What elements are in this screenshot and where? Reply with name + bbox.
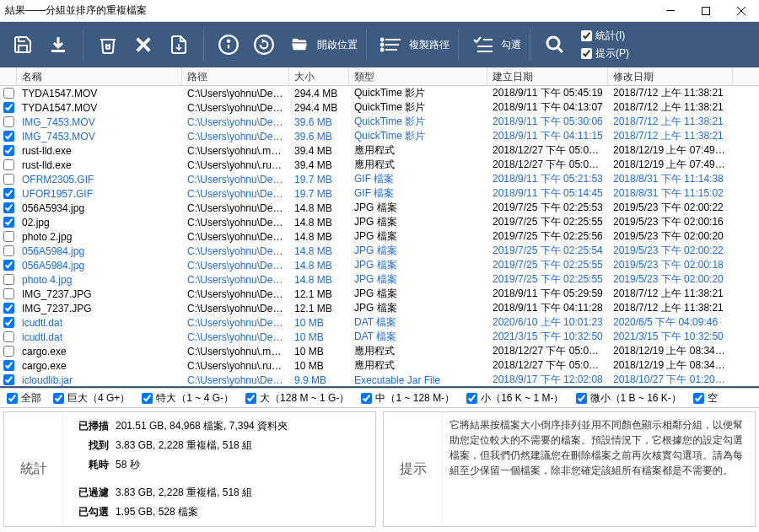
table-row[interactable]: TYDA1547.MOVC:\Users\yohnu\Deskto...294.…: [0, 100, 759, 115]
cell-name: IMG_7237.JPG: [17, 288, 182, 300]
row-checkbox[interactable]: [0, 288, 17, 299]
row-checkbox[interactable]: [0, 274, 17, 285]
col-created[interactable]: 建立日期: [487, 67, 608, 85]
row-checkbox[interactable]: [0, 331, 17, 342]
filter-xl[interactable]: 特大（1 ~ 4 G-）: [142, 391, 234, 406]
cell-size: 39.6 MB: [289, 116, 349, 128]
delete-icon: [132, 34, 154, 56]
cell-path: C:\Users\yohnu\.rustu...: [182, 360, 289, 372]
table-row[interactable]: cargo.exeC:\Users\yohnu\.rustu...10 MB應用…: [0, 358, 759, 373]
table-row[interactable]: 056A5934.jpgC:\Users\yohnu\Deskto...14.8…: [0, 201, 759, 215]
cell-modified: 2020/6/5 下午 04:09:46: [608, 315, 733, 330]
stats-body: 已掃描201.51 GB, 84,968 檔案, 7,394 資料夾 找到3.8…: [63, 412, 375, 526]
table-row[interactable]: IMG_7453.MOVC:\Users\yohnu\Deskto...39.6…: [0, 129, 759, 143]
svg-point-6: [228, 40, 229, 42]
filter-xs[interactable]: 微小（1 B ~ 16 K-）: [576, 391, 681, 406]
cell-type: JPG 檔案: [349, 287, 487, 301]
open-location-button[interactable]: [283, 30, 315, 59]
row-checkbox[interactable]: [0, 174, 17, 185]
table-row[interactable]: icudtl.datC:\Users\yohnu\Deskto...10 MBD…: [0, 315, 759, 330]
row-checkbox[interactable]: [0, 145, 17, 156]
table-row[interactable]: photo 2.jpgC:\Users\yohnu\Deskto...14.8 …: [0, 229, 759, 244]
copy-path-button[interactable]: [375, 30, 407, 59]
row-checkbox[interactable]: [0, 131, 17, 142]
move-button[interactable]: [163, 30, 195, 59]
table-row[interactable]: photo 4.jpgC:\Users\yohnu\Deskto...14.8 …: [0, 272, 759, 287]
row-checkbox[interactable]: [0, 88, 17, 99]
cell-path: C:\Users\yohnu\Deskto...: [182, 174, 289, 185]
list-icon: [380, 34, 402, 56]
cell-modified: 2018/8/31 下午 11:14:38: [608, 172, 733, 186]
cell-created: 2019/7/25 下午 02:25:55: [487, 272, 608, 287]
cell-modified: 2019/5/23 下午 02:00:18: [608, 258, 733, 272]
close-button[interactable]: [724, 0, 759, 22]
table-row[interactable]: IMG_7237.JPGC:\Users\yohnu\Deskto...12.1…: [0, 301, 759, 315]
table-row[interactable]: icudtl.datC:\Users\yohnu\Deskto...10 MBD…: [0, 330, 759, 344]
row-checkbox[interactable]: [0, 360, 17, 371]
toggle-hint[interactable]: 提示(P): [581, 46, 629, 61]
col-checkbox[interactable]: [0, 67, 17, 85]
filter-m[interactable]: 中（1 ~ 128 M-）: [361, 391, 455, 406]
row-checkbox[interactable]: [0, 188, 17, 199]
filter-l[interactable]: 大（128 M ~ 1 G-）: [245, 391, 349, 406]
table-row[interactable]: rust-lld.exeC:\Users\yohnu\.rustu...39.4…: [0, 158, 759, 172]
cell-path: C:\Users\yohnu\Deskto...: [182, 116, 289, 128]
row-checkbox[interactable]: [0, 346, 17, 357]
filter-empty[interactable]: 空: [693, 391, 718, 406]
table-row[interactable]: cargo.exeC:\Users\yohnu\.multir...10 MB應…: [0, 344, 759, 358]
table-row[interactable]: TYDA1547.MOVC:\Users\yohnu\Deskto...294.…: [0, 86, 759, 100]
row-checkbox[interactable]: [0, 317, 17, 328]
cell-modified: 2019/5/23 下午 02:00:22: [608, 244, 733, 258]
info-button[interactable]: [213, 30, 245, 59]
scanned-value: 201.51 GB, 84,968 檔案, 7,394 資料夾: [116, 419, 365, 433]
select-button[interactable]: [467, 30, 499, 59]
refresh-button[interactable]: [248, 30, 280, 59]
table-body[interactable]: TYDA1547.MOVC:\Users\yohnu\Deskto...294.…: [0, 86, 759, 388]
col-type[interactable]: 類型: [349, 67, 487, 85]
table-row[interactable]: 056A5984.jpgC:\Users\yohnu\Deskto...14.8…: [0, 258, 759, 272]
cell-created: 2018/9/11 下午 05:30:06: [487, 115, 608, 129]
cell-name: photo 4.jpg: [17, 274, 182, 286]
table-row[interactable]: IMG_7237.JPGC:\Users\yohnu\Deskto...12.1…: [0, 287, 759, 301]
svg-point-17: [547, 37, 559, 49]
col-size[interactable]: 大小: [289, 67, 349, 85]
cell-path: C:\Users\yohnu\.rustu...: [182, 159, 289, 171]
cell-modified: 2018/10/27 下午 01:20:40: [608, 373, 733, 387]
table-row[interactable]: 02.jpgC:\Users\yohnu\Deskto...14.8 MBJPG…: [0, 215, 759, 229]
table-row[interactable]: rust-lld.exeC:\Users\yohnu\.multir...39.…: [0, 143, 759, 158]
cell-modified: 2018/12/19 上午 07:49:11: [608, 158, 733, 172]
row-checkbox[interactable]: [0, 231, 17, 242]
search-button[interactable]: [539, 30, 571, 59]
row-checkbox[interactable]: [0, 260, 17, 271]
minimize-button[interactable]: [653, 0, 688, 22]
export-button[interactable]: [42, 30, 74, 59]
svg-rect-2: [51, 50, 65, 52]
row-checkbox[interactable]: [0, 245, 17, 256]
col-modified[interactable]: 修改日期: [608, 67, 733, 85]
row-checkbox[interactable]: [0, 217, 17, 228]
row-checkbox[interactable]: [0, 159, 17, 170]
row-checkbox[interactable]: [0, 102, 17, 113]
row-checkbox[interactable]: [0, 116, 17, 127]
table-row[interactable]: IMG_7453.MOVC:\Users\yohnu\Deskto...39.6…: [0, 115, 759, 129]
table-row[interactable]: OFRM2305.GIFC:\Users\yohnu\Deskto...19.7…: [0, 172, 759, 186]
col-name[interactable]: 名稱: [17, 67, 182, 85]
save-button[interactable]: [7, 30, 39, 59]
filter-huge[interactable]: 巨大（4 G+）: [53, 391, 130, 406]
toolbar: 開啟位置 複製路徑 勾選 統計(I) 提示(P): [0, 22, 759, 67]
delete-button[interactable]: [127, 30, 159, 59]
table-row[interactable]: UFOR1957.GIFC:\Users\yohnu\Deskto...19.7…: [0, 186, 759, 201]
toggle-stats[interactable]: 統計(I): [581, 29, 629, 43]
row-checkbox[interactable]: [0, 374, 17, 385]
maximize-button[interactable]: [688, 0, 724, 22]
filter-all[interactable]: 全部: [7, 391, 41, 406]
col-path[interactable]: 路徑: [182, 67, 289, 85]
table-row[interactable]: 056A5984.jpgC:\Users\yohnu\Deskto...14.8…: [0, 244, 759, 258]
table-row[interactable]: icloudlib.jarC:\Users\yohnu\Deskto...9.9…: [0, 373, 759, 387]
row-checkbox[interactable]: [0, 202, 17, 213]
checklist-icon: [472, 34, 494, 56]
row-checkbox[interactable]: [0, 303, 17, 314]
filter-s[interactable]: 小（16 K ~ 1 M-）: [466, 391, 563, 406]
recycle-button[interactable]: [92, 30, 124, 59]
cell-created: 2018/9/11 下午 04:11:28: [487, 301, 608, 315]
